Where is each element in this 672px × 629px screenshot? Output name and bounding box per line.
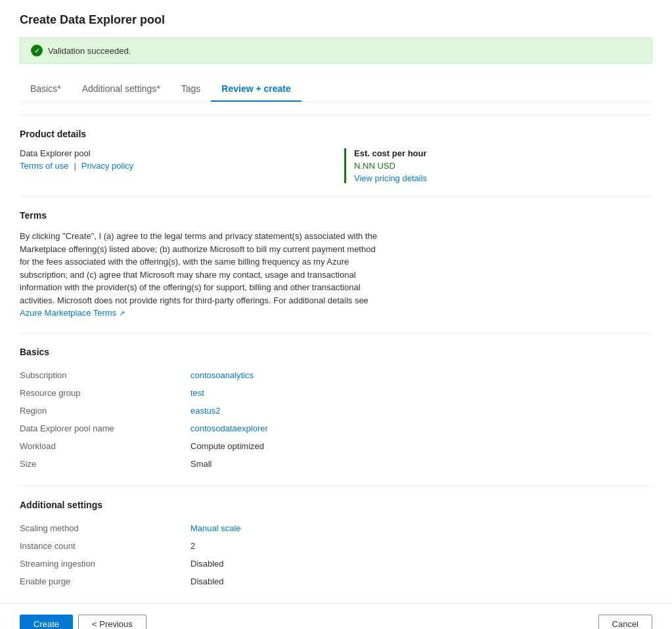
row-label: Streaming ingestion xyxy=(20,559,190,569)
row-value: Compute optimized xyxy=(190,441,264,451)
basics-section-title: Basics xyxy=(20,347,652,357)
terms-text: By clicking "Create", I (a) agree to the… xyxy=(20,230,388,320)
validation-icon: ✓ xyxy=(31,45,43,56)
row-label: Resource group xyxy=(20,388,190,398)
product-name: Data Explorer pool xyxy=(20,148,318,158)
row-label: Region xyxy=(20,406,190,416)
table-row: Region eastus2 xyxy=(20,402,652,420)
table-row: Resource group test xyxy=(20,384,652,402)
row-value: contosoanalytics xyxy=(190,370,254,380)
divider-after-tabs xyxy=(20,115,652,116)
table-row: Data Explorer pool name contosodataexplo… xyxy=(20,420,652,437)
terms-title: Terms xyxy=(20,210,652,221)
row-value: 2 xyxy=(190,541,195,551)
table-row: Subscription contosoanalytics xyxy=(20,366,652,384)
link-separator: | xyxy=(74,161,76,171)
table-row: Enable purge Disabled xyxy=(20,573,652,590)
row-label: Data Explorer pool name xyxy=(20,423,190,433)
table-row: Scaling method Manual scale xyxy=(20,519,652,537)
divider-after-basics xyxy=(20,486,652,487)
row-label: Enable purge xyxy=(20,576,190,586)
row-label: Instance count xyxy=(20,541,190,551)
divider-after-terms xyxy=(20,333,652,334)
row-value: contosodataexplorer xyxy=(190,423,268,433)
product-details: Data Explorer pool Terms of use | Privac… xyxy=(20,148,652,183)
table-row: Workload Compute optimized xyxy=(20,437,652,455)
validation-message: Validation succeeded. xyxy=(48,46,131,56)
page-container: Create Data Explorer pool ✓ Validation s… xyxy=(0,0,672,629)
row-value: Small xyxy=(190,459,212,469)
cost-section: Est. cost per hour N.NN USD View pricing… xyxy=(344,148,652,183)
table-row: Size Small xyxy=(20,455,652,473)
product-links: Terms of use | Privacy policy xyxy=(20,161,318,171)
row-label: Subscription xyxy=(20,370,190,380)
azure-marketplace-terms-link[interactable]: Azure Marketplace Terms ↗ xyxy=(20,308,125,318)
additional-settings-title: Additional settings xyxy=(20,500,652,510)
create-button[interactable]: Create xyxy=(20,615,73,630)
product-details-title: Product details xyxy=(20,129,652,139)
tabs-bar: Basics* Additional settings* Tags Review… xyxy=(20,77,652,102)
tab-tags[interactable]: Tags xyxy=(171,77,212,102)
validation-banner: ✓ Validation succeeded. xyxy=(20,37,652,64)
additional-settings-rows: Scaling method Manual scale Instance cou… xyxy=(20,519,652,590)
footer-left: Create < Previous xyxy=(20,615,146,630)
table-row: Instance count 2 xyxy=(20,537,652,555)
cost-value: N.NN USD xyxy=(354,161,652,171)
basics-rows: Subscription contosoanalytics Resource g… xyxy=(20,366,652,473)
row-value: test xyxy=(190,388,204,398)
tab-basics[interactable]: Basics* xyxy=(20,77,72,102)
row-value: Disabled xyxy=(190,559,224,569)
row-label: Workload xyxy=(20,441,190,451)
previous-button[interactable]: < Previous xyxy=(78,615,146,630)
footer: Create < Previous Cancel xyxy=(0,603,672,630)
cost-label: Est. cost per hour xyxy=(354,148,652,158)
row-value: Manual scale xyxy=(190,523,241,533)
tab-review-create[interactable]: Review + create xyxy=(211,77,301,102)
tab-additional-settings[interactable]: Additional settings* xyxy=(72,77,171,102)
divider-after-product xyxy=(20,196,652,197)
product-info: Data Explorer pool Terms of use | Privac… xyxy=(20,148,318,171)
cancel-button[interactable]: Cancel xyxy=(598,615,652,630)
main-content: Create Data Explorer pool ✓ Validation s… xyxy=(0,0,672,603)
row-label: Size xyxy=(20,459,190,469)
row-value: Disabled xyxy=(190,576,224,586)
page-title: Create Data Explorer pool xyxy=(20,13,652,27)
view-pricing-link[interactable]: View pricing details xyxy=(354,173,427,183)
privacy-policy-link[interactable]: Privacy policy xyxy=(81,161,133,171)
row-value: eastus2 xyxy=(190,406,221,416)
table-row: Streaming ingestion Disabled xyxy=(20,555,652,573)
row-label: Scaling method xyxy=(20,523,190,533)
terms-of-use-link[interactable]: Terms of use xyxy=(20,161,68,171)
